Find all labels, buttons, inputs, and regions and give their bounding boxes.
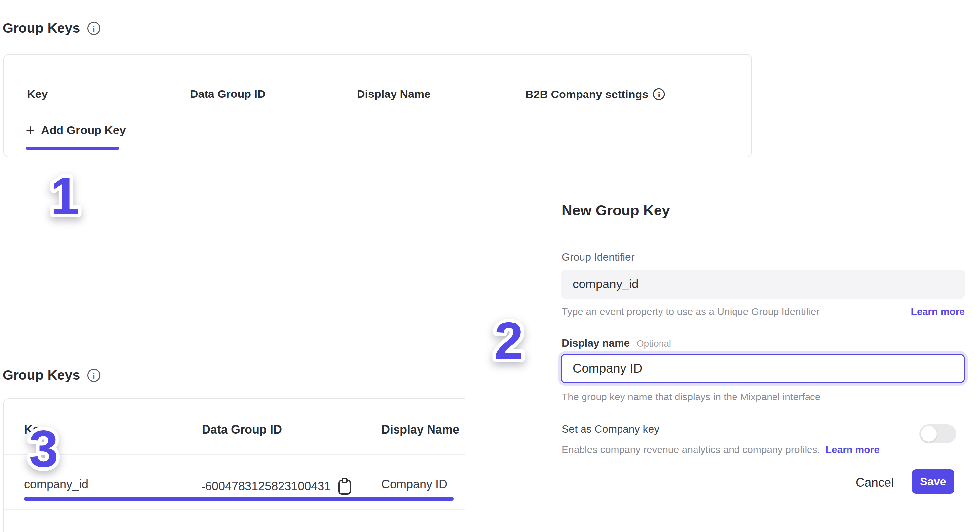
column-header-data-group-id: Data Group ID	[190, 88, 266, 100]
form-title: New Group Key	[562, 202, 670, 219]
svg-text:2: 2	[494, 311, 523, 370]
column-header-display-name: Display Name	[357, 88, 431, 100]
column-header-key: Key	[27, 88, 48, 100]
company-key-helper-row: Enables company revenue analytics and co…	[562, 444, 880, 456]
group-identifier-helper: Type an event property to use as a Uniqu…	[562, 306, 819, 317]
plus-icon: +	[26, 122, 35, 138]
row-divider	[4, 509, 465, 510]
company-key-toggle[interactable]	[919, 424, 956, 443]
column-header-display-name: Display Name	[381, 423, 459, 436]
add-group-key-label: Add Group Key	[41, 124, 126, 137]
display-name-label-row: Display name Optional	[562, 337, 671, 349]
svg-text:i: i	[93, 24, 95, 34]
copy-to-clipboard-icon[interactable]	[337, 478, 352, 495]
learn-more-link[interactable]: Learn more	[911, 306, 965, 317]
group-keys-table: Key Data Group ID Display Name B2B Compa…	[3, 54, 752, 157]
step1-highlight-underline	[26, 147, 119, 150]
top-section-heading: Group Keys i	[3, 21, 101, 36]
display-name-input[interactable]	[561, 354, 965, 383]
company-key-helper: Enables company revenue analytics and co…	[562, 444, 820, 455]
top-section-title: Group Keys	[3, 21, 80, 36]
step-badge-1: 1	[27, 155, 103, 231]
column-header-key: Key	[24, 423, 46, 436]
toggle-knob	[921, 426, 937, 442]
bottom-section-title: Group Keys	[3, 368, 80, 383]
table-header-divider	[4, 454, 465, 455]
display-name-helper: The group key name that displays in the …	[562, 391, 821, 403]
row-cell-key: company_id	[24, 478, 88, 491]
table-header-divider	[4, 106, 751, 107]
display-name-label: Display name	[562, 337, 630, 349]
page: Group Keys i Key Data Group ID Display N…	[0, 0, 980, 532]
bottom-section-heading: Group Keys i	[3, 368, 101, 383]
group-identifier-label: Group Identifier	[562, 251, 635, 263]
step-badge-2: 2	[471, 300, 547, 376]
add-group-key-button[interactable]: + Add Group Key	[26, 122, 126, 138]
optional-tag: Optional	[637, 338, 671, 349]
column-header-data-group-id: Data Group ID	[202, 423, 282, 436]
cancel-button[interactable]: Cancel	[856, 476, 894, 490]
step3-highlight-underline	[24, 497, 453, 501]
company-key-label: Set as Company key	[562, 423, 659, 435]
learn-more-link[interactable]: Learn more	[826, 444, 880, 455]
column-header-b2b-settings: B2B Company settings i	[525, 88, 665, 101]
svg-text:i: i	[658, 90, 660, 99]
info-icon[interactable]: i	[652, 88, 665, 101]
info-icon[interactable]: i	[87, 368, 101, 383]
group-keys-result-table: Key Data Group ID Display Name company_i…	[3, 398, 465, 532]
info-icon[interactable]: i	[87, 21, 101, 36]
svg-text:i: i	[93, 371, 95, 381]
row-cell-display-name: Company ID	[381, 478, 447, 491]
row-cell-data-group-id: -6004783125823100431	[201, 478, 352, 495]
group-identifier-input[interactable]	[561, 270, 965, 299]
svg-text:1: 1	[50, 167, 79, 225]
save-button[interactable]: Save	[912, 469, 954, 494]
